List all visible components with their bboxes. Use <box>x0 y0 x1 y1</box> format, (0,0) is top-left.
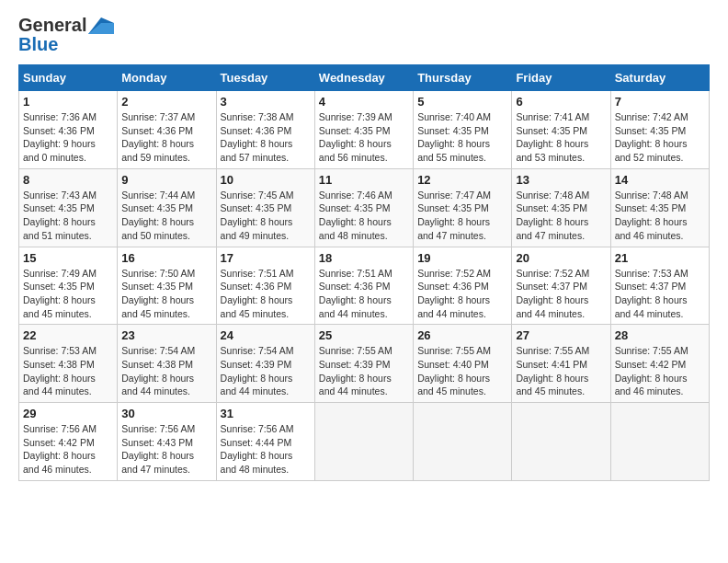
day-number: 19 <box>417 251 507 265</box>
calendar-day-cell: 9 Sunrise: 7:44 AM Sunset: 4:35 PM Dayli… <box>118 168 216 247</box>
day-info: Sunrise: 7:53 AM Sunset: 4:38 PM Dayligh… <box>23 345 97 396</box>
calendar-day-cell: 16 Sunrise: 7:50 AM Sunset: 4:35 PM Dayl… <box>118 247 216 325</box>
day-info: Sunrise: 7:56 AM Sunset: 4:42 PM Dayligh… <box>23 423 97 475</box>
calendar-header-row: SundayMondayTuesdayWednesdayThursdayFrid… <box>19 65 710 91</box>
day-info: Sunrise: 7:50 AM Sunset: 4:35 PM Dayligh… <box>121 268 195 319</box>
calendar-day-cell <box>512 403 610 481</box>
calendar-week-row: 15 Sunrise: 7:49 AM Sunset: 4:35 PM Dayl… <box>19 247 710 325</box>
day-number: 26 <box>417 328 507 342</box>
day-number: 23 <box>121 328 211 342</box>
day-number: 24 <box>221 328 311 342</box>
day-info: Sunrise: 7:43 AM Sunset: 4:35 PM Dayligh… <box>23 190 97 241</box>
day-number: 25 <box>319 328 409 342</box>
day-info: Sunrise: 7:46 AM Sunset: 4:35 PM Dayligh… <box>319 190 392 241</box>
page: General Blue SundayMondayTuesdayWednesda… <box>0 0 728 563</box>
day-number: 15 <box>23 251 113 265</box>
calendar-day-cell: 18 Sunrise: 7:51 AM Sunset: 4:36 PM Dayl… <box>314 247 413 325</box>
day-info: Sunrise: 7:40 AM Sunset: 4:35 PM Dayligh… <box>417 111 491 163</box>
calendar-week-row: 29 Sunrise: 7:56 AM Sunset: 4:42 PM Dayl… <box>19 403 710 481</box>
calendar-day-cell: 10 Sunrise: 7:45 AM Sunset: 4:35 PM Dayl… <box>216 168 314 247</box>
logo-general: General <box>18 15 86 36</box>
day-info: Sunrise: 7:44 AM Sunset: 4:35 PM Dayligh… <box>121 190 195 241</box>
day-info: Sunrise: 7:54 AM Sunset: 4:39 PM Dayligh… <box>221 345 294 396</box>
day-info: Sunrise: 7:47 AM Sunset: 4:35 PM Dayligh… <box>417 190 491 241</box>
weekday-header: Saturday <box>610 65 709 91</box>
calendar-day-cell <box>314 403 413 481</box>
day-number: 4 <box>319 95 409 109</box>
day-number: 27 <box>516 328 606 342</box>
calendar-day-cell: 12 Sunrise: 7:47 AM Sunset: 4:35 PM Dayl… <box>414 168 512 247</box>
day-info: Sunrise: 7:56 AM Sunset: 4:43 PM Dayligh… <box>121 423 195 475</box>
day-number: 1 <box>23 95 113 109</box>
calendar-day-cell: 20 Sunrise: 7:52 AM Sunset: 4:37 PM Dayl… <box>512 247 610 325</box>
weekday-header: Sunday <box>19 65 118 91</box>
calendar-day-cell: 23 Sunrise: 7:54 AM Sunset: 4:38 PM Dayl… <box>118 325 216 403</box>
day-number: 7 <box>615 95 705 109</box>
weekday-header: Monday <box>118 65 216 91</box>
day-number: 20 <box>516 251 606 265</box>
calendar-week-row: 22 Sunrise: 7:53 AM Sunset: 4:38 PM Dayl… <box>19 325 710 403</box>
day-info: Sunrise: 7:42 AM Sunset: 4:35 PM Dayligh… <box>615 111 688 163</box>
day-info: Sunrise: 7:52 AM Sunset: 4:37 PM Dayligh… <box>516 268 589 319</box>
day-number: 6 <box>516 95 606 109</box>
day-info: Sunrise: 7:45 AM Sunset: 4:35 PM Dayligh… <box>221 190 294 241</box>
svg-marker-1 <box>88 23 114 34</box>
day-info: Sunrise: 7:52 AM Sunset: 4:36 PM Dayligh… <box>417 268 491 319</box>
day-number: 28 <box>615 328 705 342</box>
calendar-day-cell: 1 Sunrise: 7:36 AM Sunset: 4:36 PM Dayli… <box>19 91 118 169</box>
calendar-day-cell: 28 Sunrise: 7:55 AM Sunset: 4:42 PM Dayl… <box>610 325 709 403</box>
day-number: 12 <box>417 173 507 187</box>
calendar-day-cell: 2 Sunrise: 7:37 AM Sunset: 4:36 PM Dayli… <box>118 91 216 169</box>
calendar-week-row: 1 Sunrise: 7:36 AM Sunset: 4:36 PM Dayli… <box>19 91 710 169</box>
day-info: Sunrise: 7:53 AM Sunset: 4:37 PM Dayligh… <box>615 268 688 319</box>
day-number: 10 <box>221 173 311 187</box>
calendar-day-cell: 27 Sunrise: 7:55 AM Sunset: 4:41 PM Dayl… <box>512 325 610 403</box>
day-info: Sunrise: 7:49 AM Sunset: 4:35 PM Dayligh… <box>23 268 97 319</box>
day-info: Sunrise: 7:51 AM Sunset: 4:36 PM Dayligh… <box>221 268 294 319</box>
day-info: Sunrise: 7:41 AM Sunset: 4:35 PM Dayligh… <box>516 111 589 163</box>
day-number: 31 <box>221 407 311 420</box>
calendar-day-cell: 25 Sunrise: 7:55 AM Sunset: 4:39 PM Dayl… <box>314 325 413 403</box>
header: General Blue <box>18 15 710 55</box>
logo-icon <box>88 17 114 34</box>
day-info: Sunrise: 7:48 AM Sunset: 4:35 PM Dayligh… <box>516 190 589 241</box>
day-number: 18 <box>319 251 409 265</box>
calendar-day-cell: 22 Sunrise: 7:53 AM Sunset: 4:38 PM Dayl… <box>19 325 118 403</box>
weekday-header: Wednesday <box>314 65 413 91</box>
day-number: 5 <box>417 95 507 109</box>
day-number: 2 <box>121 95 211 109</box>
calendar-day-cell: 13 Sunrise: 7:48 AM Sunset: 4:35 PM Dayl… <box>512 168 610 247</box>
day-number: 11 <box>319 173 409 187</box>
calendar-day-cell <box>414 403 512 481</box>
calendar-day-cell: 14 Sunrise: 7:48 AM Sunset: 4:35 PM Dayl… <box>610 168 709 247</box>
calendar-day-cell: 5 Sunrise: 7:40 AM Sunset: 4:35 PM Dayli… <box>414 91 512 169</box>
calendar-day-cell: 31 Sunrise: 7:56 AM Sunset: 4:44 PM Dayl… <box>216 403 314 481</box>
calendar-day-cell: 19 Sunrise: 7:52 AM Sunset: 4:36 PM Dayl… <box>414 247 512 325</box>
day-number: 14 <box>615 173 705 187</box>
calendar-day-cell: 4 Sunrise: 7:39 AM Sunset: 4:35 PM Dayli… <box>314 91 413 169</box>
weekday-header: Thursday <box>414 65 512 91</box>
calendar-day-cell: 29 Sunrise: 7:56 AM Sunset: 4:42 PM Dayl… <box>19 403 118 481</box>
calendar-day-cell: 21 Sunrise: 7:53 AM Sunset: 4:37 PM Dayl… <box>610 247 709 325</box>
day-number: 29 <box>23 407 113 420</box>
calendar-day-cell: 6 Sunrise: 7:41 AM Sunset: 4:35 PM Dayli… <box>512 91 610 169</box>
calendar: SundayMondayTuesdayWednesdayThursdayFrid… <box>18 64 710 481</box>
calendar-day-cell: 17 Sunrise: 7:51 AM Sunset: 4:36 PM Dayl… <box>216 247 314 325</box>
day-info: Sunrise: 7:56 AM Sunset: 4:44 PM Dayligh… <box>221 423 294 475</box>
calendar-day-cell: 26 Sunrise: 7:55 AM Sunset: 4:40 PM Dayl… <box>414 325 512 403</box>
calendar-day-cell: 24 Sunrise: 7:54 AM Sunset: 4:39 PM Dayl… <box>216 325 314 403</box>
day-number: 9 <box>121 173 211 187</box>
day-info: Sunrise: 7:51 AM Sunset: 4:36 PM Dayligh… <box>319 268 392 319</box>
calendar-week-row: 8 Sunrise: 7:43 AM Sunset: 4:35 PM Dayli… <box>19 168 710 247</box>
weekday-header: Tuesday <box>216 65 314 91</box>
day-number: 21 <box>615 251 705 265</box>
weekday-header: Friday <box>512 65 610 91</box>
day-number: 3 <box>221 95 311 109</box>
calendar-day-cell: 3 Sunrise: 7:38 AM Sunset: 4:36 PM Dayli… <box>216 91 314 169</box>
day-info: Sunrise: 7:38 AM Sunset: 4:36 PM Dayligh… <box>221 111 294 163</box>
logo-blue: Blue <box>18 34 58 55</box>
logo: General Blue <box>18 15 114 55</box>
calendar-day-cell: 30 Sunrise: 7:56 AM Sunset: 4:43 PM Dayl… <box>118 403 216 481</box>
calendar-day-cell: 11 Sunrise: 7:46 AM Sunset: 4:35 PM Dayl… <box>314 168 413 247</box>
day-info: Sunrise: 7:55 AM Sunset: 4:39 PM Dayligh… <box>319 345 392 396</box>
